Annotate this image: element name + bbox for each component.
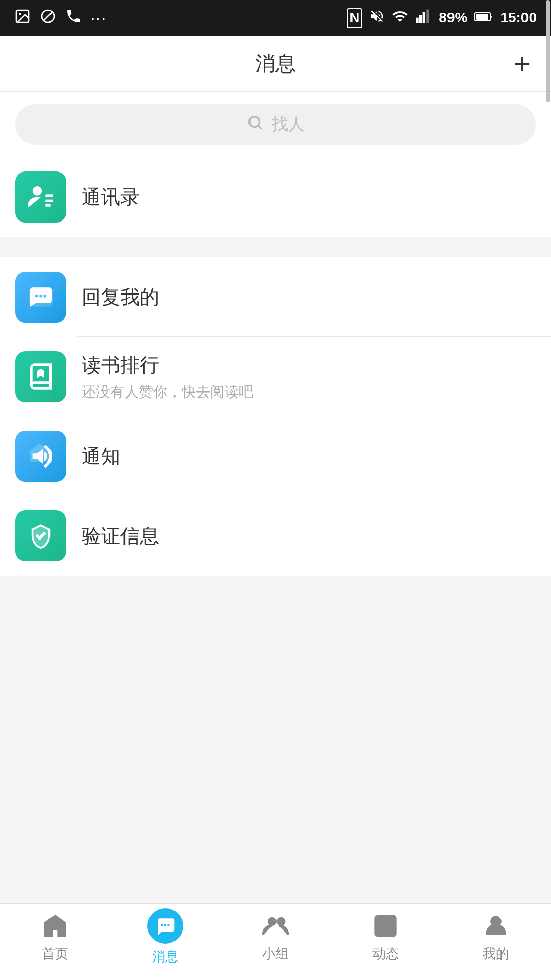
nav-groups-label: 小组 xyxy=(262,945,289,963)
verification-label: 验证信息 xyxy=(82,523,159,549)
page-header: 消息 + xyxy=(0,36,551,92)
notification-icon xyxy=(15,431,66,482)
contacts-text: 通讯录 xyxy=(82,184,140,210)
reading-rank-text: 读书排行 还没有人赞你，快去阅读吧 xyxy=(82,352,253,402)
page-title: 消息 xyxy=(255,50,296,78)
notification-item[interactable]: 通知 xyxy=(0,416,551,496)
svg-point-18 xyxy=(39,295,42,298)
contacts-section: 通讯录 xyxy=(0,157,551,237)
svg-rect-6 xyxy=(423,12,425,23)
replies-item[interactable]: 回复我的 xyxy=(0,257,551,337)
time-display: 15:00 xyxy=(500,10,537,26)
contacts-label: 通讯录 xyxy=(82,184,140,210)
reading-rank-label: 读书排行 xyxy=(82,352,253,378)
svg-line-3 xyxy=(44,12,52,20)
notification-label: 通知 xyxy=(82,444,120,470)
bottom-navigation: 首页 消息 小组 xyxy=(0,903,551,980)
nav-mine[interactable]: 我的 xyxy=(441,911,551,963)
messages-section: 回复我的 读书排行 还没有人赞你，快去阅读吧 xyxy=(0,257,551,576)
nav-home[interactable]: 首页 xyxy=(0,911,110,963)
svg-point-21 xyxy=(161,924,163,926)
replies-icon xyxy=(15,272,66,323)
replies-label: 回复我的 xyxy=(82,284,159,310)
status-left-icons: ··· xyxy=(14,8,107,28)
svg-point-25 xyxy=(278,918,284,925)
verification-icon xyxy=(15,510,66,561)
scrollbar-track[interactable] xyxy=(545,0,551,980)
nav-messages-label: 消息 xyxy=(152,948,179,966)
svg-point-1 xyxy=(19,13,21,15)
reading-rank-item[interactable]: 读书排行 还没有人赞你，快去阅读吧 xyxy=(0,337,551,416)
svg-point-22 xyxy=(164,924,166,926)
svg-rect-4 xyxy=(416,17,419,23)
status-bar: ··· N 89% 15:00 xyxy=(0,0,551,36)
nav-mine-label: 我的 xyxy=(483,945,509,963)
svg-point-19 xyxy=(43,295,46,298)
svg-point-12 xyxy=(33,186,42,196)
messages-icon xyxy=(147,908,183,944)
scrollbar-thumb[interactable] xyxy=(546,0,550,102)
contacts-item[interactable]: 通讯录 xyxy=(0,157,551,237)
activity-icon xyxy=(371,911,400,941)
notification-text: 通知 xyxy=(82,444,120,470)
home-icon xyxy=(40,911,70,941)
image-icon xyxy=(14,8,31,28)
nav-activity-label: 动态 xyxy=(372,945,399,963)
svg-rect-9 xyxy=(476,14,488,20)
svg-point-24 xyxy=(269,918,276,925)
more-icon: ··· xyxy=(91,9,107,27)
svg-line-11 xyxy=(259,126,262,129)
reading-rank-sublabel: 还没有人赞你，快去阅读吧 xyxy=(82,382,253,402)
replies-text: 回复我的 xyxy=(82,284,159,310)
nav-groups[interactable]: 小组 xyxy=(220,911,331,963)
phone-icon xyxy=(65,8,82,28)
no-disturb-icon xyxy=(40,8,56,28)
contacts-icon xyxy=(15,172,66,223)
search-bar[interactable]: 找人 xyxy=(15,104,536,145)
nfc-icon: N xyxy=(347,8,363,28)
svg-rect-7 xyxy=(427,9,429,23)
svg-point-17 xyxy=(35,295,38,298)
groups-icon xyxy=(261,911,290,941)
svg-point-23 xyxy=(167,924,169,926)
svg-point-10 xyxy=(249,117,260,127)
wifi-icon xyxy=(392,8,408,28)
search-icon xyxy=(246,114,264,135)
verification-text: 验证信息 xyxy=(82,523,159,549)
status-right-icons: N 89% 15:00 xyxy=(347,8,537,28)
search-placeholder: 找人 xyxy=(272,113,305,136)
battery-percentage: 89% xyxy=(439,10,467,26)
mine-icon xyxy=(481,911,511,941)
signal-icon xyxy=(415,8,432,28)
verification-item[interactable]: 验证信息 xyxy=(0,496,551,576)
reading-rank-icon xyxy=(15,351,66,402)
svg-rect-5 xyxy=(419,15,422,23)
nav-activity[interactable]: 动态 xyxy=(331,911,441,963)
add-button[interactable]: + xyxy=(514,50,531,78)
battery-icon xyxy=(474,10,493,26)
nav-home-label: 首页 xyxy=(42,945,68,963)
mute-icon xyxy=(369,9,385,28)
nav-messages[interactable]: 消息 xyxy=(110,908,220,966)
search-container: 找人 xyxy=(0,92,551,157)
